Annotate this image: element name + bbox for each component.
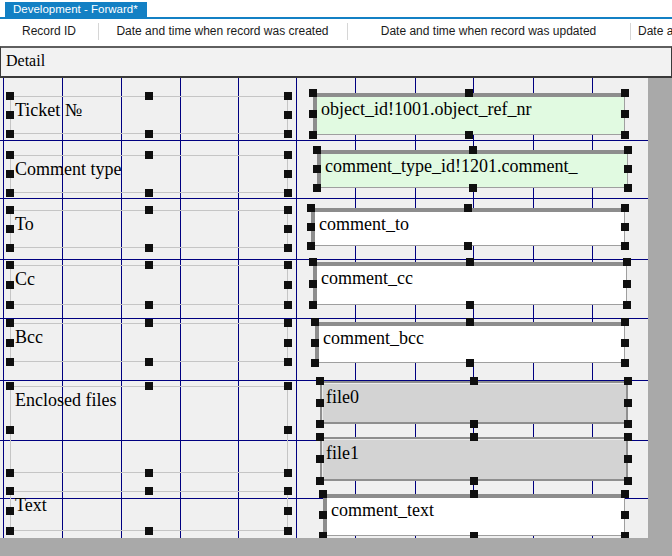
designer-field-file0[interactable]: file0 <box>320 381 628 424</box>
selection-handle-object-ref-nr[interactable] <box>309 131 317 139</box>
designer-field-comment-text[interactable]: comment_text <box>323 494 625 536</box>
selection-handle-comment-type-id[interactable] <box>624 184 632 192</box>
designer-label-text[interactable]: Text <box>10 491 288 531</box>
selection-handle-file0[interactable] <box>624 399 632 407</box>
selection-handle-file0[interactable] <box>316 377 324 385</box>
selection-handle-to[interactable] <box>145 244 153 252</box>
selection-handle-to[interactable] <box>145 206 153 214</box>
designer-label-enclosed-files[interactable]: Enclosed files <box>10 386 288 473</box>
selection-handle-ticket-no[interactable] <box>6 92 14 100</box>
selection-handle-enclosed-files[interactable] <box>284 426 292 434</box>
selection-handle-comment-type-id[interactable] <box>313 165 321 173</box>
selection-handle-comment-bcc[interactable] <box>621 339 629 347</box>
header-column-updated[interactable]: Date and time when record was updated <box>347 19 630 44</box>
selection-handle-bcc[interactable] <box>6 358 14 366</box>
selection-handle-comment-type[interactable] <box>145 151 153 159</box>
selection-handle-text[interactable] <box>6 527 14 535</box>
selection-handle-bcc[interactable] <box>6 319 14 327</box>
selection-handle-text[interactable] <box>284 527 292 535</box>
selection-handle-object-ref-nr[interactable] <box>309 89 317 97</box>
selection-handle-object-ref-nr[interactable] <box>621 131 629 139</box>
selection-handle-ticket-no[interactable] <box>284 130 292 138</box>
selection-handle-comment-bcc[interactable] <box>621 318 629 326</box>
selection-handle-text[interactable] <box>145 487 153 495</box>
selection-handle-file1[interactable] <box>316 433 324 441</box>
selection-handle-comment-text[interactable] <box>621 490 629 498</box>
selection-handle-comment-type-id[interactable] <box>313 184 321 192</box>
selection-handle-cc[interactable] <box>284 301 292 309</box>
designer-field-comment-to[interactable]: comment_to <box>311 208 625 246</box>
selection-handle-enclosed-files[interactable] <box>6 426 14 434</box>
selection-handle-cc[interactable] <box>6 261 14 269</box>
selection-handle-cc[interactable] <box>284 261 292 269</box>
selection-handle-comment-cc[interactable] <box>309 258 317 266</box>
selection-handle-comment-type-id[interactable] <box>624 165 632 173</box>
selection-handle-text[interactable] <box>284 487 292 495</box>
selection-handle-comment-text[interactable] <box>621 511 629 519</box>
selection-handle-bcc[interactable] <box>284 339 292 347</box>
selection-handle-object-ref-nr[interactable] <box>621 89 629 97</box>
selection-handle-enclosed-files[interactable] <box>284 469 292 477</box>
selection-handle-to[interactable] <box>284 206 292 214</box>
selection-handle-comment-cc[interactable] <box>309 280 317 288</box>
detail-band[interactable]: Detail <box>0 46 672 78</box>
selection-handle-comment-cc[interactable] <box>623 258 631 266</box>
selection-handle-comment-bcc[interactable] <box>621 359 629 367</box>
selection-handle-comment-type-id[interactable] <box>313 146 321 154</box>
selection-handle-bcc[interactable] <box>145 358 153 366</box>
selection-handle-comment-cc[interactable] <box>623 280 631 288</box>
selection-handle-comment-to[interactable] <box>621 242 629 250</box>
selection-handle-to[interactable] <box>284 244 292 252</box>
selection-handle-comment-bcc[interactable] <box>311 339 319 347</box>
tab-development-forward[interactable]: Development - Forward* <box>5 2 147 17</box>
selection-handle-comment-bcc[interactable] <box>311 318 319 326</box>
designer-field-file1[interactable]: file1 <box>320 437 628 481</box>
selection-handle-ticket-no[interactable] <box>6 130 14 138</box>
selection-handle-comment-text[interactable] <box>319 490 327 498</box>
selection-handle-file0[interactable] <box>316 420 324 428</box>
selection-handle-enclosed-files[interactable] <box>145 469 153 477</box>
selection-handle-bcc[interactable] <box>6 339 14 347</box>
selection-handle-comment-to[interactable] <box>307 204 315 212</box>
designer-label-ticket-no[interactable]: Ticket № <box>10 96 288 134</box>
selection-handle-comment-cc[interactable] <box>466 258 474 266</box>
selection-handle-enclosed-files[interactable] <box>6 382 14 390</box>
selection-handle-enclosed-files[interactable] <box>6 469 14 477</box>
selection-handle-comment-to[interactable] <box>307 242 315 250</box>
selection-handle-to[interactable] <box>6 225 14 233</box>
header-column-record-id[interactable]: Record ID <box>0 19 98 44</box>
selection-handle-comment-to[interactable] <box>621 223 629 231</box>
selection-handle-object-ref-nr[interactable] <box>465 89 473 97</box>
selection-handle-to[interactable] <box>284 225 292 233</box>
designer-label-comment-type[interactable]: Comment type <box>10 155 288 193</box>
selection-handle-cc[interactable] <box>6 281 14 289</box>
selection-handle-enclosed-files[interactable] <box>284 382 292 390</box>
selection-handle-comment-type[interactable] <box>284 189 292 197</box>
designer-field-comment-type-id[interactable]: comment_type_id!1201.comment_ <box>317 150 628 188</box>
selection-handle-cc[interactable] <box>6 301 14 309</box>
selection-handle-ticket-no[interactable] <box>6 111 14 119</box>
selection-handle-comment-type[interactable] <box>284 170 292 178</box>
selection-handle-bcc[interactable] <box>284 319 292 327</box>
selection-handle-file0[interactable] <box>470 377 478 385</box>
selection-handle-comment-type[interactable] <box>284 151 292 159</box>
selection-handle-ticket-no[interactable] <box>145 130 153 138</box>
selection-handle-bcc[interactable] <box>145 319 153 327</box>
designer-label-bcc[interactable]: Bcc <box>10 323 288 362</box>
selection-handle-file1[interactable] <box>470 433 478 441</box>
header-column-created[interactable]: Date and time when record was created <box>98 19 347 44</box>
selection-handle-ticket-no[interactable] <box>284 111 292 119</box>
selection-handle-comment-type-id[interactable] <box>469 146 477 154</box>
selection-handle-comment-to[interactable] <box>464 242 472 250</box>
designer-field-object-ref-nr[interactable]: object_id!1001.object_ref_nr <box>313 93 625 135</box>
selection-handle-ticket-no[interactable] <box>145 92 153 100</box>
selection-handle-cc[interactable] <box>284 281 292 289</box>
selection-handle-comment-to[interactable] <box>464 204 472 212</box>
selection-handle-comment-to[interactable] <box>307 223 315 231</box>
selection-handle-comment-type-id[interactable] <box>624 146 632 154</box>
selection-handle-object-ref-nr[interactable] <box>621 110 629 118</box>
selection-handle-file1[interactable] <box>316 477 324 485</box>
selection-handle-comment-type[interactable] <box>145 189 153 197</box>
selection-handle-file1[interactable] <box>470 477 478 485</box>
selection-handle-file1[interactable] <box>624 433 632 441</box>
